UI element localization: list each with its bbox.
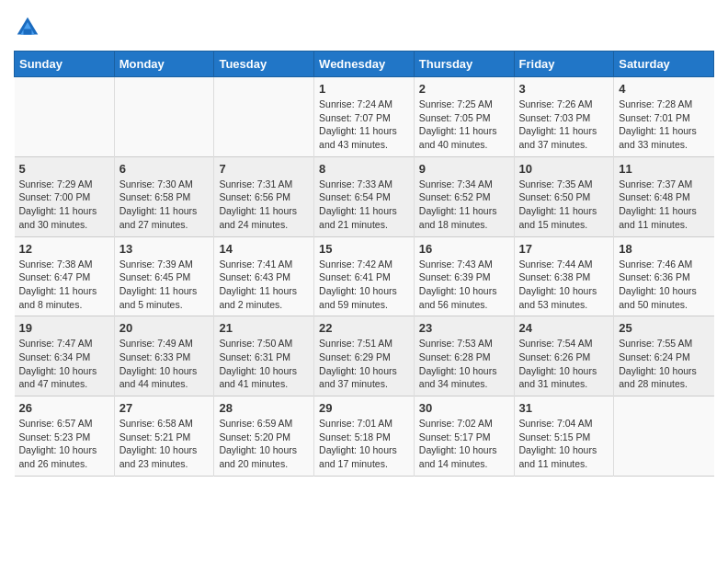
day-number: 23 xyxy=(419,321,509,335)
day-cell: 17Sunrise: 7:44 AM Sunset: 6:38 PM Dayli… xyxy=(514,236,614,316)
week-row-5: 26Sunrise: 6:57 AM Sunset: 5:23 PM Dayli… xyxy=(15,396,714,477)
calendar-container: SundayMondayTuesdayWednesdayThursdayFrid… xyxy=(0,0,728,563)
day-header-monday: Monday xyxy=(114,52,214,77)
day-cell: 25Sunrise: 7:55 AM Sunset: 6:24 PM Dayli… xyxy=(614,316,714,396)
day-info: Sunrise: 7:54 AM Sunset: 6:26 PM Dayligh… xyxy=(519,337,609,391)
day-info: Sunrise: 7:44 AM Sunset: 6:38 PM Dayligh… xyxy=(519,258,609,312)
svg-rect-2 xyxy=(24,29,32,35)
day-number: 10 xyxy=(519,162,609,176)
day-info: Sunrise: 7:50 AM Sunset: 6:31 PM Dayligh… xyxy=(219,337,309,391)
week-row-2: 5Sunrise: 7:29 AM Sunset: 7:00 PM Daylig… xyxy=(15,156,714,236)
day-number: 2 xyxy=(419,82,509,96)
day-number: 14 xyxy=(219,242,309,256)
day-cell: 3Sunrise: 7:26 AM Sunset: 7:03 PM Daylig… xyxy=(514,77,614,157)
day-cell: 26Sunrise: 6:57 AM Sunset: 5:23 PM Dayli… xyxy=(15,396,115,477)
day-info: Sunrise: 6:59 AM Sunset: 5:20 PM Dayligh… xyxy=(219,417,309,471)
day-info: Sunrise: 7:41 AM Sunset: 6:43 PM Dayligh… xyxy=(219,258,309,312)
day-cell xyxy=(614,396,714,477)
logo xyxy=(14,14,45,41)
day-info: Sunrise: 6:57 AM Sunset: 5:23 PM Dayligh… xyxy=(19,417,109,471)
day-number: 6 xyxy=(119,162,210,176)
day-number: 28 xyxy=(219,401,309,415)
calendar-table: SundayMondayTuesdayWednesdayThursdayFrid… xyxy=(14,51,714,477)
day-cell: 21Sunrise: 7:50 AM Sunset: 6:31 PM Dayli… xyxy=(214,316,314,396)
day-number: 30 xyxy=(419,401,509,415)
day-info: Sunrise: 7:55 AM Sunset: 6:24 PM Dayligh… xyxy=(619,337,709,391)
day-info: Sunrise: 7:24 AM Sunset: 7:07 PM Dayligh… xyxy=(319,98,409,152)
day-info: Sunrise: 7:04 AM Sunset: 5:15 PM Dayligh… xyxy=(519,417,609,471)
day-number: 22 xyxy=(319,321,409,335)
day-number: 27 xyxy=(119,401,210,415)
day-info: Sunrise: 7:33 AM Sunset: 6:54 PM Dayligh… xyxy=(319,178,409,232)
day-info: Sunrise: 7:30 AM Sunset: 6:58 PM Dayligh… xyxy=(119,178,210,232)
day-header-tuesday: Tuesday xyxy=(214,52,314,77)
day-cell: 18Sunrise: 7:46 AM Sunset: 6:36 PM Dayli… xyxy=(614,236,714,316)
day-cell: 9Sunrise: 7:34 AM Sunset: 6:52 PM Daylig… xyxy=(414,156,514,236)
day-info: Sunrise: 7:43 AM Sunset: 6:39 PM Dayligh… xyxy=(419,258,509,312)
day-info: Sunrise: 7:49 AM Sunset: 6:33 PM Dayligh… xyxy=(119,337,210,391)
day-number: 24 xyxy=(519,321,609,335)
day-header-thursday: Thursday xyxy=(414,52,514,77)
day-number: 7 xyxy=(219,162,309,176)
day-info: Sunrise: 7:35 AM Sunset: 6:50 PM Dayligh… xyxy=(519,178,609,232)
day-number: 18 xyxy=(619,242,709,256)
day-number: 29 xyxy=(319,401,409,415)
day-number: 8 xyxy=(319,162,409,176)
day-cell: 20Sunrise: 7:49 AM Sunset: 6:33 PM Dayli… xyxy=(114,316,214,396)
day-info: Sunrise: 7:01 AM Sunset: 5:18 PM Dayligh… xyxy=(319,417,409,471)
day-info: Sunrise: 7:28 AM Sunset: 7:01 PM Dayligh… xyxy=(619,98,709,152)
day-cell: 28Sunrise: 6:59 AM Sunset: 5:20 PM Dayli… xyxy=(214,396,314,477)
day-number: 17 xyxy=(519,242,609,256)
day-number: 9 xyxy=(419,162,509,176)
day-number: 5 xyxy=(19,162,109,176)
day-info: Sunrise: 7:47 AM Sunset: 6:34 PM Dayligh… xyxy=(19,337,109,391)
day-number: 20 xyxy=(119,321,210,335)
day-info: Sunrise: 7:02 AM Sunset: 5:17 PM Dayligh… xyxy=(419,417,509,471)
day-cell: 14Sunrise: 7:41 AM Sunset: 6:43 PM Dayli… xyxy=(214,236,314,316)
day-cell: 1Sunrise: 7:24 AM Sunset: 7:07 PM Daylig… xyxy=(314,77,415,157)
logo-icon xyxy=(14,14,41,41)
day-info: Sunrise: 7:39 AM Sunset: 6:45 PM Dayligh… xyxy=(119,258,210,312)
day-cell: 15Sunrise: 7:42 AM Sunset: 6:41 PM Dayli… xyxy=(314,236,415,316)
week-row-1: 1Sunrise: 7:24 AM Sunset: 7:07 PM Daylig… xyxy=(15,77,714,157)
day-cell: 7Sunrise: 7:31 AM Sunset: 6:56 PM Daylig… xyxy=(214,156,314,236)
day-number: 3 xyxy=(519,82,609,96)
day-number: 4 xyxy=(619,82,709,96)
day-number: 15 xyxy=(319,242,409,256)
day-info: Sunrise: 6:58 AM Sunset: 5:21 PM Dayligh… xyxy=(119,417,210,471)
day-info: Sunrise: 7:26 AM Sunset: 7:03 PM Dayligh… xyxy=(519,98,609,152)
day-cell: 30Sunrise: 7:02 AM Sunset: 5:17 PM Dayli… xyxy=(414,396,514,477)
day-info: Sunrise: 7:51 AM Sunset: 6:29 PM Dayligh… xyxy=(319,337,409,391)
day-cell xyxy=(15,77,115,157)
day-cell: 6Sunrise: 7:30 AM Sunset: 6:58 PM Daylig… xyxy=(114,156,214,236)
day-number: 16 xyxy=(419,242,509,256)
day-cell: 8Sunrise: 7:33 AM Sunset: 6:54 PM Daylig… xyxy=(314,156,415,236)
day-header-wednesday: Wednesday xyxy=(314,52,415,77)
day-number: 25 xyxy=(619,321,709,335)
day-info: Sunrise: 7:34 AM Sunset: 6:52 PM Dayligh… xyxy=(419,178,509,232)
day-info: Sunrise: 7:25 AM Sunset: 7:05 PM Dayligh… xyxy=(419,98,509,152)
day-cell: 11Sunrise: 7:37 AM Sunset: 6:48 PM Dayli… xyxy=(614,156,714,236)
day-cell: 19Sunrise: 7:47 AM Sunset: 6:34 PM Dayli… xyxy=(15,316,115,396)
day-cell: 2Sunrise: 7:25 AM Sunset: 7:05 PM Daylig… xyxy=(414,77,514,157)
day-number: 1 xyxy=(319,82,409,96)
day-cell: 22Sunrise: 7:51 AM Sunset: 6:29 PM Dayli… xyxy=(314,316,415,396)
day-cell xyxy=(114,77,214,157)
day-number: 21 xyxy=(219,321,309,335)
day-cell: 10Sunrise: 7:35 AM Sunset: 6:50 PM Dayli… xyxy=(514,156,614,236)
day-cell: 16Sunrise: 7:43 AM Sunset: 6:39 PM Dayli… xyxy=(414,236,514,316)
day-number: 19 xyxy=(19,321,109,335)
day-cell xyxy=(214,77,314,157)
day-info: Sunrise: 7:37 AM Sunset: 6:48 PM Dayligh… xyxy=(619,178,709,232)
day-cell: 12Sunrise: 7:38 AM Sunset: 6:47 PM Dayli… xyxy=(15,236,115,316)
day-number: 26 xyxy=(19,401,109,415)
day-info: Sunrise: 7:53 AM Sunset: 6:28 PM Dayligh… xyxy=(419,337,509,391)
day-number: 12 xyxy=(19,242,109,256)
day-cell: 27Sunrise: 6:58 AM Sunset: 5:21 PM Dayli… xyxy=(114,396,214,477)
day-header-friday: Friday xyxy=(514,52,614,77)
day-cell: 23Sunrise: 7:53 AM Sunset: 6:28 PM Dayli… xyxy=(414,316,514,396)
day-cell: 24Sunrise: 7:54 AM Sunset: 6:26 PM Dayli… xyxy=(514,316,614,396)
day-cell: 5Sunrise: 7:29 AM Sunset: 7:00 PM Daylig… xyxy=(15,156,115,236)
week-row-3: 12Sunrise: 7:38 AM Sunset: 6:47 PM Dayli… xyxy=(15,236,714,316)
day-info: Sunrise: 7:46 AM Sunset: 6:36 PM Dayligh… xyxy=(619,258,709,312)
